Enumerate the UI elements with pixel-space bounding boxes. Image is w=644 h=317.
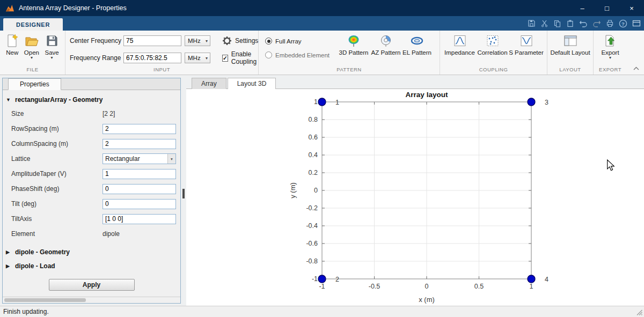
print-icon[interactable] [606, 19, 614, 27]
default-layout-button[interactable]: Default Layout [550, 32, 590, 56]
open-dropdown-caret[interactable]: ▾ [31, 56, 33, 60]
svg-text:-0.5: -0.5 [369, 283, 380, 290]
layout-section-label: LAYOUT [547, 67, 593, 75]
statusbar: Finish updating. [0, 306, 644, 317]
svg-text:1: 1 [335, 99, 339, 106]
embedded-element-radio-label: Embedded Element [275, 52, 330, 58]
s-parameter-button-label: S Parameter [509, 49, 544, 56]
property-label: Lattice [11, 155, 103, 163]
tab-array[interactable]: Array [192, 78, 226, 89]
save-icon[interactable] [528, 19, 536, 27]
workspace: Properties ▼ rectangularArray - Geometry… [0, 75, 644, 306]
svg-text:4: 4 [545, 276, 548, 283]
tilt-input[interactable] [103, 199, 176, 209]
save-icon [46, 33, 58, 48]
amplitudetaper-input[interactable] [103, 169, 176, 179]
3d-pattern-button-label: 3D Pattern [339, 49, 369, 56]
copy-icon[interactable] [553, 19, 561, 27]
impedance-button[interactable]: Impedance [443, 32, 476, 56]
property-label: ColumnSpacing (m) [11, 140, 103, 148]
az-pattern-button[interactable]: AZ Pattern [370, 32, 401, 56]
apply-button[interactable]: Apply [49, 279, 135, 291]
splitter-handle[interactable] [182, 189, 185, 198]
ribbon-section-pattern: Full Array Embedded Element 3D Pattern [259, 31, 440, 75]
export-button[interactable]: Export ▾ [597, 32, 624, 60]
export-dropdown-caret[interactable]: ▾ [609, 56, 611, 60]
frequency-range-input[interactable] [123, 53, 181, 63]
impedance-icon [453, 33, 466, 48]
new-button[interactable]: New [6, 32, 18, 56]
window-controls: – □ × [570, 0, 644, 16]
array-layout-plot[interactable]: -1-0.500.51-1-0.8-0.6-0.4-0.200.20.40.60… [186, 89, 644, 306]
el-pattern-icon [409, 33, 425, 48]
redo-icon[interactable] [592, 19, 601, 27]
enable-coupling-checkbox[interactable]: ✓ [222, 55, 228, 62]
scrollbar-thumb[interactable] [4, 298, 86, 302]
collapse-ribbon-button[interactable] [633, 63, 640, 73]
center-frequency-input[interactable] [123, 35, 181, 46]
undo-icon[interactable] [579, 19, 588, 27]
ribbon-section-input: Center Frequency MHz ▾ [65, 31, 259, 75]
svg-text:0.2: 0.2 [309, 169, 318, 176]
close-button[interactable]: × [619, 0, 644, 16]
group-dipole-load[interactable]: ▶ dipole - Load [3, 259, 180, 272]
pattern-section-label: PATTERN [259, 67, 440, 75]
svg-text:Array layout: Array layout [406, 91, 448, 99]
property-row-size: Size [2 2] [3, 106, 180, 121]
frequency-range-unit-select[interactable]: MHz ▾ [185, 53, 210, 63]
radio-selected-icon [265, 38, 272, 45]
property-row-rowspacing: RowSpacing (m) [3, 121, 180, 136]
open-button[interactable]: Open ▾ [24, 32, 39, 60]
default-layout-button-label: Default Layout [550, 49, 590, 56]
cut-icon[interactable] [540, 19, 548, 27]
paste-icon[interactable] [566, 19, 574, 27]
save-dropdown-caret[interactable]: ▾ [51, 56, 53, 60]
resize-grip-icon[interactable] [636, 309, 643, 316]
default-layout-icon [564, 33, 577, 48]
impedance-button-label: Impedance [444, 49, 475, 56]
s-parameter-button[interactable]: S Parameter [509, 32, 544, 56]
maximize-button[interactable]: □ [595, 0, 619, 16]
embedded-element-radio[interactable]: Embedded Element [265, 51, 330, 58]
tab-designer[interactable]: DESIGNER [3, 18, 63, 31]
svg-text:-0.6: -0.6 [306, 240, 318, 247]
center-frequency-label: Center Frequency [70, 37, 120, 45]
group-title: dipole - Load [15, 262, 55, 270]
settings-button[interactable]: Settings [214, 36, 258, 46]
svg-text:0.6: 0.6 [309, 134, 318, 141]
export-icon [604, 33, 617, 48]
property-row-tilt: Tilt (deg) [3, 196, 180, 211]
chevron-down-icon: ▾ [167, 154, 175, 164]
frequency-range-unit-value: MHz [188, 55, 201, 61]
save-button[interactable]: Save ▾ [45, 32, 58, 60]
rowspacing-input[interactable] [103, 124, 176, 134]
property-row-amplitudetaper: AmplitudeTaper (V) [3, 166, 180, 181]
property-label: TiltAxis [11, 215, 103, 223]
full-array-radio[interactable]: Full Array [265, 38, 330, 45]
help-icon[interactable]: ? [619, 19, 627, 28]
correlation-button[interactable]: Correlation [476, 32, 509, 56]
export-section-label: EXPORT [594, 67, 627, 75]
toolstrip-layout-icon[interactable] [632, 19, 641, 27]
chevron-down-icon: ▾ [206, 56, 208, 61]
group-dipole-geometry[interactable]: ▶ dipole - Geometry [3, 245, 180, 259]
ribbon-section-layout: Default Layout LAYOUT [547, 31, 594, 75]
3d-pattern-button[interactable]: 3D Pattern [337, 32, 370, 56]
minimize-button[interactable]: – [570, 0, 595, 16]
new-button-label: New [6, 49, 18, 56]
lattice-select[interactable]: Rectangular ▾ [103, 153, 176, 164]
enable-coupling-checkbox-row[interactable]: ✓ Enable Coupling [214, 50, 258, 65]
lattice-value: Rectangular [105, 155, 140, 163]
tab-properties[interactable]: Properties [8, 78, 61, 90]
center-frequency-unit-select[interactable]: MHz ▾ [185, 35, 210, 46]
phaseshift-input[interactable] [103, 184, 176, 194]
columnspacing-input[interactable] [103, 139, 176, 149]
horizontal-scrollbar[interactable] [3, 297, 180, 303]
el-pattern-button[interactable]: EL Pattern [401, 32, 433, 56]
correlation-button-label: Correlation [477, 49, 507, 56]
group-rectangular-array-geometry[interactable]: ▼ rectangularArray - Geometry [3, 92, 180, 106]
document-area: Array Layout 3D -1-0.500.51-1-0.8-0.6-0.… [186, 78, 644, 306]
tiltaxis-input[interactable] [103, 214, 176, 224]
tab-layout-3d[interactable]: Layout 3D [228, 78, 276, 89]
panel-splitter[interactable] [181, 78, 186, 306]
